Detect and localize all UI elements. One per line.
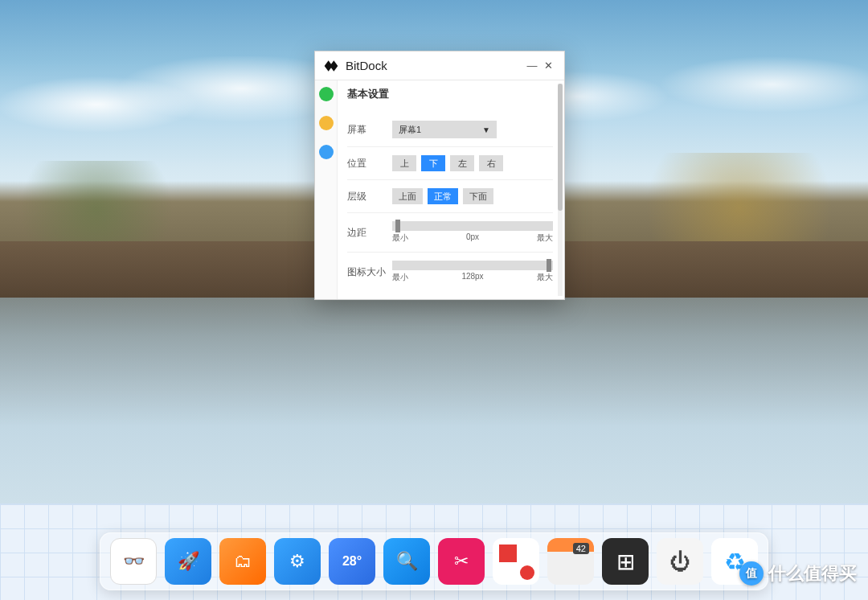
dock-item-search-app[interactable]: 🔍 [383,538,430,585]
sidebar-tab-appearance[interactable] [319,116,334,130]
minimize-button[interactable]: — [524,60,540,72]
record-square-icon [499,545,517,562]
bitdock-settings-window: BitDock — ✕ 基本设置 屏幕 屏幕1 ▼ 位置 [314,51,565,300]
calendar-date-badge: 42 [573,543,589,554]
record-icon [520,565,534,580]
window-title: BitDock [346,59,524,72]
watermark-text: 什么值得买 [768,561,857,586]
dock-item-power-app[interactable]: ⏻ [657,538,703,585]
watermark-badge-icon: 值 [739,561,764,586]
margin-max-label: 最大 [537,232,553,244]
margin-slider-thumb[interactable] [395,220,400,232]
position-up-button[interactable]: 上 [392,155,416,171]
dock-item-rocket-app[interactable]: 🚀 [165,538,211,585]
label-margin: 边距 [347,226,392,240]
scrollbar-thumb[interactable] [558,84,563,211]
screen-selected-value: 屏幕1 [399,124,421,136]
sidebar-tab-other[interactable] [319,145,334,159]
icon-size-slider[interactable] [392,261,553,270]
dock-item-calendar-app[interactable]: 42 [547,538,594,585]
settings-content: 基本设置 屏幕 屏幕1 ▼ 位置 上 下 左 右 [338,80,564,299]
label-layer: 层级 [347,190,392,203]
layer-bottom-button[interactable]: 下面 [463,188,493,204]
dock-item-windows-app[interactable]: ⊞ [602,538,649,585]
bitdock-logo-icon [323,58,339,74]
dock-item-settings-app[interactable]: ⚙ [274,538,321,585]
icon-size-value-label: 128px [461,272,483,283]
sidebar-tab-basic[interactable] [319,87,334,101]
row-position: 位置 上 下 左 右 [347,147,553,180]
dock-item-recorder-app[interactable] [493,538,539,585]
margin-value-label: 0px [466,232,479,244]
row-icon-size: 图标大小 最小 128px 最大 [347,253,553,291]
chevron-down-icon: ▼ [482,125,490,134]
icon-size-slider-thumb[interactable] [547,259,551,272]
label-icon-size: 图标大小 [347,265,392,279]
label-position: 位置 [347,157,392,171]
water-reflection [0,298,868,426]
icon-size-min-label: 最小 [392,272,408,283]
watermark: 值 什么值得买 [739,561,857,586]
dock-item-files-app[interactable]: 🗂 [219,538,266,585]
dock-item-crop-app[interactable]: ✂ [438,538,485,585]
layer-top-button[interactable]: 上面 [392,188,423,204]
window-scrollbar[interactable] [558,84,563,296]
settings-sidebar [315,80,338,299]
icon-size-max-label: 最大 [537,272,553,283]
row-screen: 屏幕 屏幕1 ▼ [347,113,553,147]
svg-marker-1 [330,60,338,71]
row-margin: 边距 最小 0px 最大 [347,213,553,253]
window-titlebar[interactable]: BitDock — ✕ [315,51,564,80]
margin-min-label: 最小 [392,232,408,244]
close-button[interactable]: ✕ [540,60,556,72]
screen-select[interactable]: 屏幕1 ▼ [392,121,497,138]
section-title: 基本设置 [347,87,553,101]
layer-normal-button[interactable]: 正常 [428,188,458,204]
margin-slider[interactable] [392,221,553,231]
position-down-button[interactable]: 下 [421,155,445,171]
dock: 👓🚀🗂⚙28°🔍✂42⊞⏻♻ [100,532,768,590]
position-right-button[interactable]: 右 [479,155,503,171]
position-left-button[interactable]: 左 [450,155,474,171]
label-screen: 屏幕 [347,123,392,137]
dock-item-weather-app[interactable]: 28° [329,538,375,585]
row-layer: 层级 上面 正常 下面 [347,180,553,213]
dock-item-geek-app[interactable]: 👓 [110,538,157,585]
